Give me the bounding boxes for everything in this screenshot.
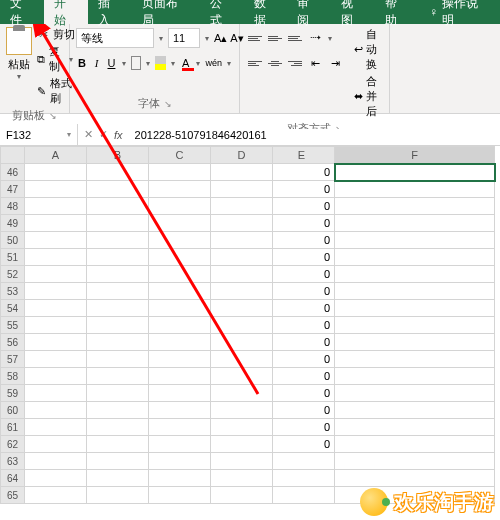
cell[interactable]: 0: [273, 334, 335, 351]
cancel-formula-icon[interactable]: ✕: [84, 128, 93, 141]
row-header[interactable]: 58: [1, 368, 25, 385]
cell[interactable]: [335, 385, 495, 402]
row-header[interactable]: 47: [1, 181, 25, 198]
cell[interactable]: 0: [273, 198, 335, 215]
row-header[interactable]: 51: [1, 249, 25, 266]
paste-dropdown-icon[interactable]: ▾: [15, 72, 23, 81]
cell[interactable]: [149, 453, 211, 470]
cell[interactable]: [25, 164, 87, 181]
row-header[interactable]: 65: [1, 487, 25, 504]
cell[interactable]: [25, 487, 87, 504]
cell[interactable]: [25, 436, 87, 453]
cell[interactable]: [211, 181, 273, 198]
tab-formulas[interactable]: 公式: [200, 0, 244, 24]
cell[interactable]: 0: [273, 351, 335, 368]
font-color-button[interactable]: A: [180, 54, 192, 72]
cell[interactable]: [335, 181, 495, 198]
clipboard-launcher-icon[interactable]: ↘: [49, 111, 57, 121]
select-all-corner[interactable]: [1, 147, 25, 164]
cell[interactable]: [87, 351, 149, 368]
orientation-button[interactable]: ⭬: [306, 29, 324, 47]
cell[interactable]: [25, 385, 87, 402]
cell[interactable]: [149, 232, 211, 249]
col-header-D[interactable]: D: [211, 147, 273, 164]
align-middle-button[interactable]: [266, 30, 284, 46]
cell[interactable]: [25, 266, 87, 283]
cell[interactable]: [25, 368, 87, 385]
cell[interactable]: [87, 436, 149, 453]
cell[interactable]: [25, 419, 87, 436]
cell[interactable]: [87, 402, 149, 419]
cell[interactable]: 0: [273, 164, 335, 181]
cell[interactable]: [25, 453, 87, 470]
phonetic-button[interactable]: wén: [205, 54, 222, 72]
increase-font-button[interactable]: A▴: [214, 29, 227, 47]
row-header[interactable]: 55: [1, 317, 25, 334]
cell[interactable]: 0: [273, 317, 335, 334]
cell[interactable]: [335, 164, 495, 181]
cell[interactable]: [335, 334, 495, 351]
paste-button[interactable]: 粘贴 ▾: [6, 27, 32, 106]
cell[interactable]: [335, 283, 495, 300]
col-header-C[interactable]: C: [149, 147, 211, 164]
cell[interactable]: [25, 470, 87, 487]
cell[interactable]: [335, 317, 495, 334]
cell[interactable]: 0: [273, 368, 335, 385]
cell[interactable]: [87, 385, 149, 402]
cell[interactable]: [87, 368, 149, 385]
cell[interactable]: [25, 334, 87, 351]
row-header[interactable]: 46: [1, 164, 25, 181]
cell[interactable]: [335, 402, 495, 419]
font-name-dropdown-icon[interactable]: ▾: [157, 34, 165, 43]
cell[interactable]: [149, 198, 211, 215]
italic-button[interactable]: I: [91, 54, 103, 72]
name-box-dropdown-icon[interactable]: ▾: [67, 130, 71, 139]
cell[interactable]: [87, 198, 149, 215]
col-header-E[interactable]: E: [273, 147, 335, 164]
borders-button[interactable]: [131, 56, 141, 70]
cell[interactable]: [335, 232, 495, 249]
cell[interactable]: 0: [273, 249, 335, 266]
cell[interactable]: [149, 419, 211, 436]
cell[interactable]: [87, 470, 149, 487]
row-header[interactable]: 63: [1, 453, 25, 470]
cell[interactable]: 0: [273, 385, 335, 402]
borders-dropdown-icon[interactable]: ▾: [144, 59, 152, 68]
cell[interactable]: [211, 215, 273, 232]
font-name-select[interactable]: [76, 28, 154, 48]
cell[interactable]: [211, 419, 273, 436]
cell[interactable]: [149, 436, 211, 453]
cell[interactable]: [211, 368, 273, 385]
font-size-dropdown-icon[interactable]: ▾: [203, 34, 211, 43]
orientation-dropdown-icon[interactable]: ▾: [326, 34, 334, 43]
cell[interactable]: [149, 215, 211, 232]
row-header[interactable]: 61: [1, 419, 25, 436]
cell[interactable]: [25, 215, 87, 232]
wrap-text-button[interactable]: ↩ 自动换: [354, 27, 383, 72]
cell[interactable]: 0: [273, 283, 335, 300]
cell[interactable]: [25, 300, 87, 317]
align-left-button[interactable]: [246, 55, 264, 71]
font-launcher-icon[interactable]: ↘: [164, 99, 172, 109]
cell[interactable]: [211, 470, 273, 487]
cell[interactable]: [211, 164, 273, 181]
cell[interactable]: [87, 266, 149, 283]
cell[interactable]: [335, 368, 495, 385]
row-header[interactable]: 57: [1, 351, 25, 368]
cell[interactable]: [87, 300, 149, 317]
cell[interactable]: [149, 385, 211, 402]
cell[interactable]: [149, 266, 211, 283]
cell[interactable]: [149, 283, 211, 300]
font-color-dropdown-icon[interactable]: ▾: [194, 59, 202, 68]
cell[interactable]: 0: [273, 300, 335, 317]
cell[interactable]: [273, 453, 335, 470]
cell[interactable]: [335, 419, 495, 436]
fx-icon[interactable]: fx: [114, 129, 123, 141]
cell[interactable]: [87, 334, 149, 351]
row-header[interactable]: 50: [1, 232, 25, 249]
cell[interactable]: [211, 266, 273, 283]
row-header[interactable]: 52: [1, 266, 25, 283]
row-header[interactable]: 48: [1, 198, 25, 215]
cell[interactable]: [211, 300, 273, 317]
cell[interactable]: [211, 232, 273, 249]
